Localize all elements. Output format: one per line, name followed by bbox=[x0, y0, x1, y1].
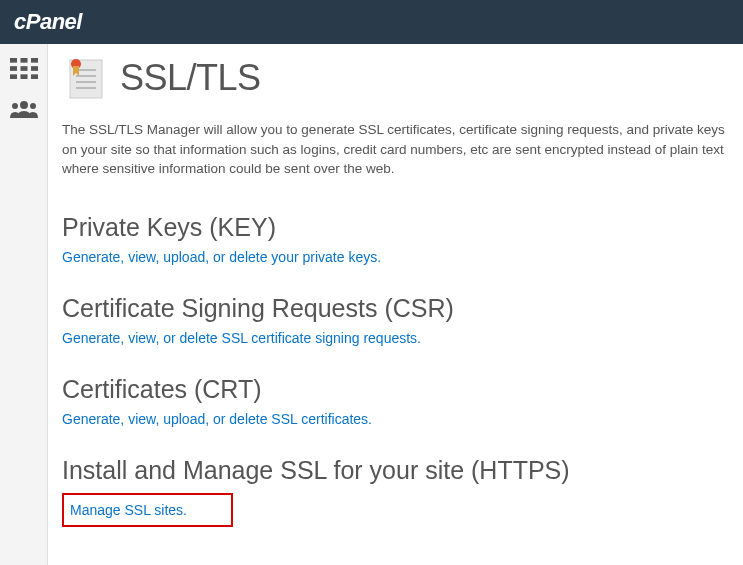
sidebar bbox=[0, 44, 48, 565]
topbar: cPanel bbox=[0, 0, 743, 44]
intro-text: The SSL/TLS Manager will allow you to ge… bbox=[62, 120, 743, 179]
section-heading: Certificate Signing Requests (CSR) bbox=[62, 294, 743, 323]
certificate-icon bbox=[62, 56, 106, 100]
svg-point-9 bbox=[20, 101, 28, 109]
svg-rect-8 bbox=[31, 74, 38, 79]
svg-rect-0 bbox=[10, 58, 17, 63]
highlight-box: Manage SSL sites. bbox=[62, 493, 233, 527]
section-certificates: Certificates (CRT) Generate, view, uploa… bbox=[62, 375, 743, 428]
svg-rect-6 bbox=[10, 74, 17, 79]
users-icon[interactable] bbox=[10, 100, 38, 122]
page-header: SSL/TLS bbox=[62, 56, 743, 100]
svg-rect-7 bbox=[20, 74, 27, 79]
svg-rect-5 bbox=[31, 66, 38, 71]
certificates-link[interactable]: Generate, view, upload, or delete SSL ce… bbox=[62, 411, 372, 427]
svg-rect-2 bbox=[31, 58, 38, 63]
main-layout: SSL/TLS The SSL/TLS Manager will allow y… bbox=[0, 44, 743, 565]
csr-link[interactable]: Generate, view, or delete SSL certificat… bbox=[62, 330, 421, 346]
svg-point-11 bbox=[30, 103, 36, 109]
section-private-keys: Private Keys (KEY) Generate, view, uploa… bbox=[62, 213, 743, 266]
svg-rect-1 bbox=[20, 58, 27, 63]
section-heading: Install and Manage SSL for your site (HT… bbox=[62, 456, 743, 485]
brand-logo[interactable]: cPanel bbox=[14, 9, 82, 35]
private-keys-link[interactable]: Generate, view, upload, or delete your p… bbox=[62, 249, 381, 265]
svg-rect-4 bbox=[20, 66, 27, 71]
svg-point-10 bbox=[12, 103, 18, 109]
section-install-manage: Install and Manage SSL for your site (HT… bbox=[62, 456, 743, 527]
content: SSL/TLS The SSL/TLS Manager will allow y… bbox=[48, 44, 743, 565]
section-heading: Private Keys (KEY) bbox=[62, 213, 743, 242]
svg-rect-3 bbox=[10, 66, 17, 71]
manage-ssl-link[interactable]: Manage SSL sites. bbox=[70, 502, 187, 518]
page-title: SSL/TLS bbox=[120, 57, 261, 99]
section-csr: Certificate Signing Requests (CSR) Gener… bbox=[62, 294, 743, 347]
section-heading: Certificates (CRT) bbox=[62, 375, 743, 404]
apps-icon[interactable] bbox=[10, 58, 38, 80]
